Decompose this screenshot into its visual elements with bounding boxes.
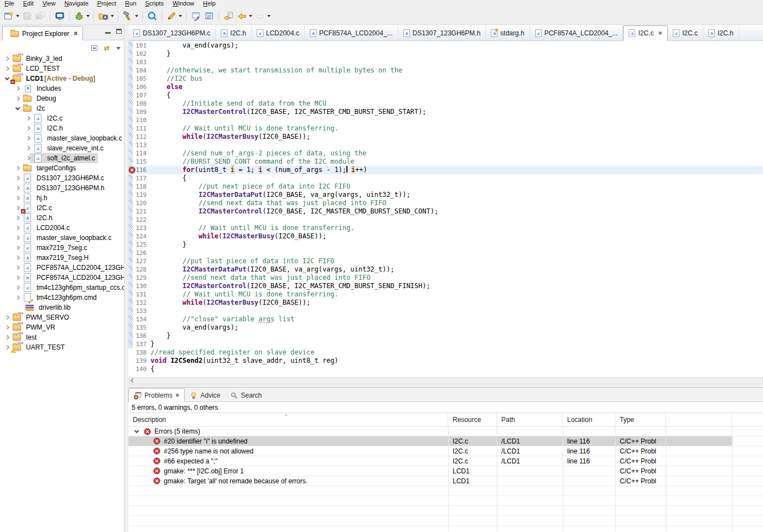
error-icon	[153, 437, 160, 445]
editor-tab-i2c-c[interactable]: .cI2C.c✖	[623, 25, 668, 41]
code-line-118: 118 //put next piece of data into I2C FI…	[128, 182, 763, 191]
problems-view-tab-problems[interactable]: Problems✖	[128, 388, 185, 402]
editor-tab-stdarg-h[interactable]: .hstdarg.h	[486, 26, 530, 40]
tree-item-label: master_slave_loopback.c	[35, 233, 112, 242]
menu-bar: FileEditViewNavigateProjectRunScriptsWin…	[0, 0, 763, 8]
tree-item-uart-test[interactable]: ccsUART_TEST	[0, 342, 124, 352]
code-editor[interactable]: 101 va_end(vargs);102 }103104 //otherwis…	[128, 41, 763, 377]
problems-view-tab-advice[interactable]: Advice	[185, 389, 225, 401]
tree-item-i2c-c[interactable]: .cxI2C.c	[0, 203, 124, 213]
new-button[interactable]	[2, 9, 20, 23]
problem-description: gmake: *** [I2C.obj] Error 1	[164, 467, 244, 475]
tree-item-includes[interactable]: Includes	[0, 84, 124, 93]
tree-item-targetconfigs[interactable]: targetConfigs	[0, 163, 124, 173]
column-header-resource[interactable]: Resource	[448, 413, 497, 426]
tree-item-slave-receive-int-c[interactable]: .cslave_receive_int.c	[0, 143, 124, 153]
problem-row[interactable]: #66 expected a ";"I2C.c/LCD1line 116C/C+…	[128, 456, 763, 466]
problems-view-tab-search[interactable]: Search	[225, 389, 267, 401]
tree-item-master-slave-loopback-c[interactable]: .cmaster_slave_loopback.c	[0, 133, 124, 143]
tree-item-ds1307-123gh6pm-h[interactable]: .hDS1307_123GH6PM.h	[0, 183, 124, 193]
last-edit-location-button[interactable]	[222, 9, 235, 23]
tree-item-master-slave-loopback-c[interactable]: .cmaster_slave_loopback.c	[0, 233, 124, 243]
debug-button[interactable]	[72, 9, 91, 23]
editor-tab-i2c-h[interactable]: .hI2C.h	[703, 26, 739, 40]
column-header-path[interactable]: Path	[497, 413, 563, 426]
search-button[interactable]	[146, 9, 159, 23]
menu-item-file[interactable]: File	[0, 0, 19, 7]
tree-item-lcd1[interactable]: ccsxLCD1 [Active - Debug]	[0, 74, 124, 84]
column-header-type[interactable]: Type	[615, 413, 666, 426]
scroll-left-icon[interactable]	[131, 378, 135, 383]
problem-row[interactable]: gmake: Target 'all' not remade because o…	[128, 476, 763, 486]
dropdown-caret-icon[interactable]	[179, 15, 182, 17]
tree-item-hj-h[interactable]: .hhj.h	[0, 193, 124, 203]
code-line-133: 133	[128, 307, 763, 315]
editor-tab-ds1307-123gh6pm-h[interactable]: .hDS1307_123GH6PM.h	[398, 26, 486, 40]
error-marker-icon[interactable]	[128, 166, 136, 174]
menu-item-view[interactable]: View	[38, 0, 60, 7]
column-header-description[interactable]: Description	[128, 413, 448, 426]
close-icon[interactable]: ✖	[73, 30, 77, 36]
problem-row[interactable]: gmake: *** [I2C.obj] Error 1LCD1C/C++ Pr…	[128, 466, 763, 476]
console-button[interactable]	[53, 9, 66, 23]
editor-tab-pcf8574a-lcd2004-[interactable]: .hPCF8574A_LCD2004_...	[305, 26, 398, 40]
tree-item-i2c-h[interactable]: .hI2C.h	[0, 123, 124, 133]
tree-item-soft-i2c-atmel-c[interactable]: .csoft_i2c_atmel.c	[0, 153, 124, 163]
minimize-icon[interactable]	[105, 29, 111, 34]
tree-item-pcf8574a-lcd2004-123gh6p[interactable]: .cPCF8574A_LCD2004_123GH6P	[0, 263, 124, 273]
close-icon[interactable]: ✖	[175, 393, 180, 398]
tree-item-lcd2004-c[interactable]: .cLCD2004.c	[0, 223, 124, 233]
tree-item-i2c[interactable]: i2c	[0, 103, 124, 113]
menu-item-window[interactable]: Window	[168, 0, 199, 7]
tree-item-ds1307-123gh6pm-c[interactable]: .cDS1307_123GH6PM.c	[0, 173, 124, 183]
tree-item-debug[interactable]: Debug	[0, 93, 124, 103]
problem-row[interactable]: #20 identifier "i" is undefinedI2C.c/LCD…	[128, 436, 763, 446]
tree-item-max7219-7seg-c[interactable]: .cmax7219_7seg.c	[0, 243, 124, 253]
view-menu-icon[interactable]	[116, 47, 121, 50]
dropdown-caret-icon[interactable]	[267, 15, 271, 17]
tree-item-max7219-7seg-h[interactable]: .hmax7219_7seg.H	[0, 253, 124, 263]
tree-item-tm4c123gh6pm-cmd[interactable]: tm4c123gh6pm.cmd	[0, 293, 124, 302]
tree-item-i2c-h[interactable]: .hI2C.h	[0, 213, 124, 223]
tree-item-label: UART_TEST	[25, 343, 66, 352]
problem-row[interactable]: #256 type name is not allowedI2C.c/LCD1l…	[128, 446, 763, 456]
dropdown-caret-icon[interactable]	[111, 15, 114, 17]
open-resource-button[interactable]	[189, 9, 203, 23]
chevron-down-icon[interactable]	[134, 428, 139, 432]
tree-item-tm4c123gh6pm-startup-ccs-c[interactable]: .ctm4c123gh6pm_startup_ccs.c	[0, 283, 124, 293]
project-explorer-toolbar: ⇄	[91, 43, 121, 53]
tree-item-pcf8574a-lcd2004-123gh6p[interactable]: .hPCF8574A_LCD2004_123GH6P	[0, 273, 124, 283]
flash-button[interactable]	[97, 9, 115, 23]
editor-tab-pcf8574a-lcd2004-[interactable]: .cPCF8574A_LCD2004_...	[530, 26, 624, 40]
dropdown-caret-icon[interactable]	[86, 15, 90, 17]
build-button[interactable]	[121, 9, 139, 23]
close-icon[interactable]: ✖	[658, 30, 662, 36]
editor-tab-ds1307-123gh6pm-c[interactable]: .cDS1307_123GH6PM.c	[128, 26, 216, 40]
maximize-icon[interactable]	[116, 29, 122, 34]
menu-item-help[interactable]: Help	[199, 0, 220, 7]
collapse-all-icon[interactable]	[91, 45, 97, 51]
problems-group-errors[interactable]: Errors (5 items)	[128, 427, 763, 436]
menu-item-navigate[interactable]: Navigate	[60, 0, 92, 7]
editor-tab-i2c-h[interactable]: .hI2C.h	[216, 26, 252, 40]
menu-item-scripts[interactable]: Scripts	[141, 0, 168, 7]
dropdown-caret-icon[interactable]	[135, 15, 138, 17]
menu-item-edit[interactable]: Edit	[19, 0, 38, 7]
link-with-editor-icon[interactable]: ⇄	[104, 45, 110, 51]
show-view-button[interactable]	[203, 9, 216, 23]
dropdown-caret-icon[interactable]	[16, 15, 19, 17]
horizontal-scrollbar[interactable]	[129, 377, 762, 384]
editor-tab-lcd2004-c[interactable]: .cLCD2004.c	[252, 26, 305, 40]
tree-item-i2c-c[interactable]: .cI2C.c	[0, 113, 124, 123]
h-file-icon: .h	[491, 29, 497, 37]
column-header-location[interactable]: Location	[563, 413, 615, 426]
toolbar-separator	[162, 11, 162, 22]
back-button[interactable]	[235, 9, 253, 23]
dropdown-caret-icon[interactable]	[249, 15, 252, 17]
code-line-138: 138//read specified register on slave de…	[128, 348, 763, 357]
project-explorer-tab[interactable]: Project Explorer ✖	[2, 26, 83, 40]
menu-item-project[interactable]: Project	[93, 0, 121, 7]
menu-item-run[interactable]: Run	[121, 0, 141, 7]
editor-tab-i2c-c[interactable]: .cI2C.c	[668, 26, 703, 40]
pen-button[interactable]	[165, 9, 183, 23]
